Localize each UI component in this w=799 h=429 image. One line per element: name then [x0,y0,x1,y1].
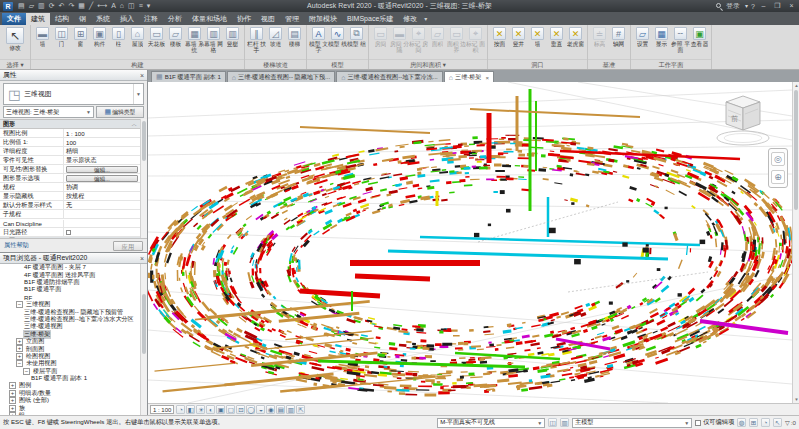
panel-label[interactable]: 基准 [588,59,630,69]
expand-icon[interactable]: + [16,353,23,360]
ribbon-button-房间分隔[interactable]: ▬房间 分隔 [390,26,409,53]
ribbon-button-房间[interactable]: ▭房间 [371,26,390,53]
ribbon-button-坡道[interactable]: ◿坡道 [266,26,285,53]
expand-icon[interactable]: + [9,405,16,412]
panel-label[interactable]: 模型 [307,59,368,69]
editable-only-checkbox[interactable]: 仅可编辑项 [695,418,734,427]
ribbon-button-标记房间[interactable]: ⌖标记 房间 [409,26,428,53]
zoom-tool-icon[interactable]: ⊕ [771,170,785,184]
checkbox-icon[interactable] [695,420,701,426]
expand-icon[interactable]: + [16,345,23,352]
measure-icon[interactable]: ╱ [89,2,93,9]
ribbon-button-屋顶[interactable]: ⌂屋顶 [128,26,147,53]
properties-help-link[interactable]: 属性帮助 [4,241,29,250]
ribbon-tab-结构[interactable]: 结构 [50,13,74,25]
panel-label[interactable]: 构建 [31,59,244,69]
property-value[interactable]: 按规程 [64,192,140,201]
signin-button[interactable]: 登录 [726,1,740,11]
model-text-icon[interactable]: A [111,2,116,9]
ribbon-button-竖井[interactable]: ✕竖井 [509,26,528,53]
properties-scrollbar[interactable] [140,119,147,238]
ribbon-button-查看器[interactable]: ▣查看器 [690,26,709,53]
property-value[interactable]: 无 [64,201,140,210]
active-workset-combo[interactable]: M-平面真实不可见线 ▼ [437,418,545,428]
close-properties-icon[interactable]: × [140,72,144,79]
save-icon[interactable]: ▥ [38,2,45,9]
ribbon-tab-视图[interactable]: 视图 [256,13,280,25]
property-value[interactable]: 编辑... [64,175,140,182]
ribbon-tab-体量和场地[interactable]: 体量和场地 [187,13,232,25]
drawing-area[interactable]: 前 ◎ ⊕ [148,82,792,403]
apply-button[interactable]: 应用 [113,241,143,251]
ribbon-button-垂直[interactable]: ✕垂直 [547,26,566,53]
default-3d-view-icon[interactable]: ⌂ [120,2,124,9]
undo-icon[interactable]: ↶ [59,2,65,9]
property-value[interactable] [64,229,140,236]
ribbon-button-竖梃[interactable]: ▥竖梃 [223,26,242,53]
temporary-hide-isolate-icon[interactable]: ◒ [256,405,265,414]
ribbon-tab-分析[interactable]: 分析 [163,13,187,25]
ribbon-button-老虎窗[interactable]: ✕老虎窗 [566,26,585,53]
temporary-view-properties-icon[interactable]: ▤ [276,405,285,414]
collapse-icon[interactable]: − [16,360,23,367]
ribbon-tab-系统[interactable]: 系统 [91,13,115,25]
sun-path-icon[interactable]: ☀ [196,405,205,414]
app-menu-icon[interactable]: ▤ [18,2,25,9]
ribbon-tab-建筑[interactable]: 建筑 [26,13,50,25]
view-scale-button[interactable]: 1 : 100 [150,405,174,414]
ribbon-button-标高[interactable]: ≐标高 [590,26,609,53]
browser-scrollbar[interactable] [140,264,147,415]
aligned-dimension-icon[interactable]: ⟷ [97,2,107,9]
sync-with-central-icon[interactable]: ⟳ [49,2,55,9]
property-value[interactable]: 精细 [64,147,140,156]
instance-filter-combo[interactable]: 三维视图: 三维-桥架 ▼ [3,106,94,118]
reveal-hidden-elements-icon[interactable]: ◉ [266,405,275,414]
ribbon-tab-管理[interactable]: 管理 [280,13,304,25]
view-cube[interactable]: 前 [714,88,772,152]
tree-item[interactable]: 三维-暖通检查视图--地下室冷冻水大分区 [0,316,140,323]
property-value[interactable]: 100 [64,139,140,146]
tree-item[interactable]: 三维-桥架 [0,331,140,338]
help-button[interactable]: ? [751,3,755,10]
ribbon-button-栏杆扶手[interactable]: ∥栏杆 扶手 [247,26,266,53]
expand-icon[interactable]: + [16,338,23,345]
panel-label[interactable]: 洞口 [488,59,587,69]
active-workset-icon[interactable]: ◫ [548,418,557,427]
visual-style-icon[interactable]: ◧ [186,405,195,414]
minimize-button[interactable]: – [758,0,769,12]
ribbon-tab-修改[interactable]: 修改 [398,13,422,25]
collapse-icon[interactable]: − [16,301,23,308]
ribbon-button-幕墙系统[interactable]: ▦幕墙 系统 [185,26,204,53]
ribbon-button-模型文字[interactable]: A模型 文字 [309,26,328,53]
shadows-icon[interactable]: ◐ [206,405,215,414]
close-view-tab-icon[interactable]: × [485,74,489,81]
view-tab[interactable]: ▦B1F 暖通平面 副本 1 [151,71,226,82]
ribbon-button-面积[interactable]: ▱面积 [428,26,447,53]
tree-item[interactable]: B1F 暖通平面 [0,286,140,293]
type-selector[interactable]: ◳ 三维视图 ▼ [3,83,144,105]
tree-item[interactable]: +剖面图 [0,345,140,352]
ribbon-tab-文件[interactable]: 文件 [2,13,26,25]
ribbon-button-模型组[interactable]: ⧉模型 组 [347,26,366,53]
customize-qat-icon[interactable]: ▾ [147,2,151,9]
panel-label[interactable]: 楼梯坡道 [245,59,306,69]
property-value[interactable]: 编辑... [64,166,140,173]
ribbon-tab-注释[interactable]: 注释 [139,13,163,25]
panel-label[interactable]: 房间和面积 ▾ [369,59,487,69]
tree-item[interactable]: B1F 暖通防排烟平面 [0,279,140,286]
ribbon-tab-钢[interactable]: 钢 [74,13,91,25]
expand-icon[interactable]: + [9,397,16,404]
3d-model-view[interactable] [148,82,792,403]
ribbon-tab-协作[interactable]: 协作 [232,13,256,25]
type-selector-caret-icon[interactable]: ▼ [133,84,143,104]
rendering-icon[interactable]: ▣ [216,405,225,414]
ribbon-button-墙[interactable]: ✕墙 [528,26,547,53]
close-project-browser-icon[interactable]: × [140,255,144,262]
ribbon-overflow-caret-icon[interactable]: ▾ [424,13,427,25]
property-value[interactable]: 1 : 100 [64,130,140,137]
steering-wheel-icon[interactable]: ◎ [771,152,785,166]
tree-item[interactable]: −未使用视图 [0,360,140,367]
redo-icon[interactable]: ↷ [68,2,74,9]
tree-item[interactable]: 三维-暖通视图 [0,323,140,330]
show-crop-region-icon[interactable]: ⊡ [236,405,245,414]
